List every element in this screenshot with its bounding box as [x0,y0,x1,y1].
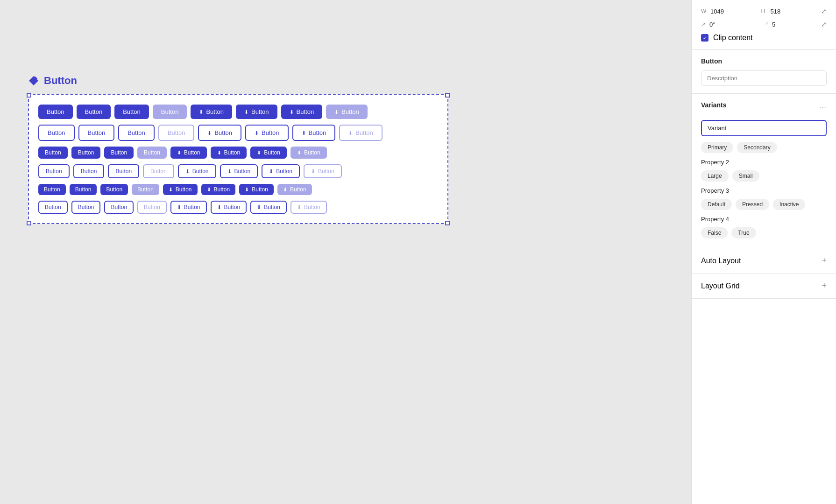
clip-checkbox[interactable]: ✓ [701,34,708,42]
btn-med-filled-inactive[interactable]: Button [137,147,167,159]
btn-med-filled-2[interactable]: Button [71,147,101,159]
btn-small-filled-2[interactable]: Button [70,184,97,195]
variant-input[interactable] [701,120,827,136]
btn-small-filled-icon2[interactable]: Button [201,184,236,195]
tag-pressed[interactable]: Pressed [736,199,769,210]
btn-primary-filled-inactive[interactable]: Button [153,105,187,119]
btn-small-outline-icon1[interactable]: Button [170,201,207,214]
variant-options-row: Primary Secondary [701,142,827,153]
btn-med-outline-2[interactable]: Button [73,164,105,178]
download-icon [269,168,273,175]
btn-primary-filled-icon2[interactable]: Button [236,105,277,119]
btn-outline-icon1[interactable]: Button [198,125,241,141]
download-icon [227,168,232,175]
tag-inactive[interactable]: Inactive [773,199,805,210]
btn-primary-filled-icon1[interactable]: Button [191,105,232,119]
download-icon [257,149,261,156]
button-row: Button Button Button Button Button Butto… [38,201,438,214]
btn-primary-filled-icon3[interactable]: Button [281,105,323,119]
auto-layout-row[interactable]: Auto Layout + [692,248,836,273]
w-value[interactable]: 1049 [710,8,758,15]
btn-small-outline-icon2[interactable]: Button [211,201,247,214]
btn-outline-inactive[interactable]: Button [158,125,195,141]
w-label: W [701,8,707,14]
tag-large[interactable]: Large [701,170,729,182]
button-row: Button Button Button Button Button Butto… [38,164,438,178]
btn-med-outline-3[interactable]: Button [108,164,139,178]
btn-small-outline-icon3[interactable]: Button [250,201,287,214]
auto-layout-add-icon[interactable]: + [822,256,827,266]
btn-small-outline-1[interactable]: Button [38,201,68,214]
btn-outline-icon-inactive[interactable]: Button [339,125,383,141]
btn-small-filled-3[interactable]: Button [100,184,128,195]
btn-outline-default2[interactable]: Button [78,125,115,141]
btn-small-filled-icon-inactive[interactable]: Button [277,184,312,195]
btn-med-outline-icon2[interactable]: Button [220,164,258,178]
btn-med-outline-inactive[interactable]: Button [143,164,174,178]
tag-secondary[interactable]: Secondary [737,142,777,153]
btn-med-outline-1[interactable]: Button [38,164,70,178]
property4-options: False True [701,227,827,238]
btn-outline-icon3[interactable]: Button [292,125,336,141]
btn-primary-filled-default3[interactable]: Button [114,105,149,119]
btn-small-filled-inactive[interactable]: Button [132,184,159,195]
download-icon [348,129,353,136]
download-icon [257,204,261,210]
tag-false[interactable]: False [701,227,728,238]
layout-grid-add-icon[interactable]: + [822,281,827,291]
property3-label: Property 3 [701,187,827,194]
tag-true[interactable]: True [731,227,756,238]
handle-br[interactable] [445,221,450,225]
width-row: W 1049 H 518 ⤢ [701,7,827,15]
btn-small-outline-inactive[interactable]: Button [137,201,167,214]
download-icon [245,186,249,193]
description-input[interactable] [701,70,827,86]
btn-med-filled-icon1[interactable]: Button [170,147,207,159]
download-icon [255,129,259,136]
angle-value[interactable]: 0° [709,21,755,28]
btn-outline-default3[interactable]: Button [118,125,155,141]
corner-value[interactable]: 5 [772,21,817,28]
download-icon [334,108,339,115]
btn-med-filled-icon-inactive[interactable]: Button [290,147,327,159]
btn-med-outline-icon1[interactable]: Button [178,164,216,178]
canvas: Button Button Button Button Button Butto… [0,0,691,504]
handle-tl[interactable] [27,93,31,98]
angle-row: ↗ 0° ◜ 5 ⤢ [701,21,827,28]
btn-med-filled-icon2[interactable]: Button [211,147,247,159]
btn-med-filled-icon3[interactable]: Button [250,147,287,159]
btn-primary-filled-icon-inactive[interactable]: Button [326,105,368,119]
btn-small-filled-icon1[interactable]: Button [163,184,198,195]
btn-small-outline-3[interactable]: Button [104,201,134,214]
download-icon [177,149,181,156]
handle-tr[interactable] [445,93,450,98]
btn-small-outline-2[interactable]: Button [71,201,101,214]
button-row: Button Button Button Button Button Butto… [38,105,438,119]
btn-primary-filled-default[interactable]: Button [38,105,73,119]
svg-marker-1 [29,76,38,85]
component-wrapper: Button Button Button Button Button Butto… [28,75,448,224]
layout-grid-row[interactable]: Layout Grid + [692,273,836,299]
btn-outline-default1[interactable]: Button [38,125,75,141]
button-frame: Button Button Button Button Button Butto… [28,94,448,224]
btn-primary-filled-default2[interactable]: Button [77,105,111,119]
tag-primary[interactable]: Primary [701,142,733,153]
tag-default[interactable]: Default [701,199,732,210]
more-icon[interactable]: ··· [819,104,827,112]
btn-small-outline-icon-inactive[interactable]: Button [290,201,327,214]
btn-med-filled-1[interactable]: Button [38,147,68,159]
auto-layout-label: Auto Layout [701,257,741,265]
btn-small-filled-1[interactable]: Button [38,184,66,195]
btn-med-outline-icon-inactive[interactable]: Button [304,164,342,178]
h-value[interactable]: 518 [771,8,818,15]
tag-small[interactable]: Small [732,170,759,182]
btn-med-outline-icon3[interactable]: Button [262,164,300,178]
btn-small-filled-icon3[interactable]: Button [239,184,274,195]
download-icon [185,168,190,175]
variants-header: Variants ··· [701,101,827,114]
handle-bl[interactable] [27,221,31,225]
btn-outline-icon2[interactable]: Button [245,125,289,141]
btn-med-filled-3[interactable]: Button [104,147,134,159]
button-row: Button Button Button Button Button Butto… [38,147,438,159]
component-title: Button [28,75,448,87]
